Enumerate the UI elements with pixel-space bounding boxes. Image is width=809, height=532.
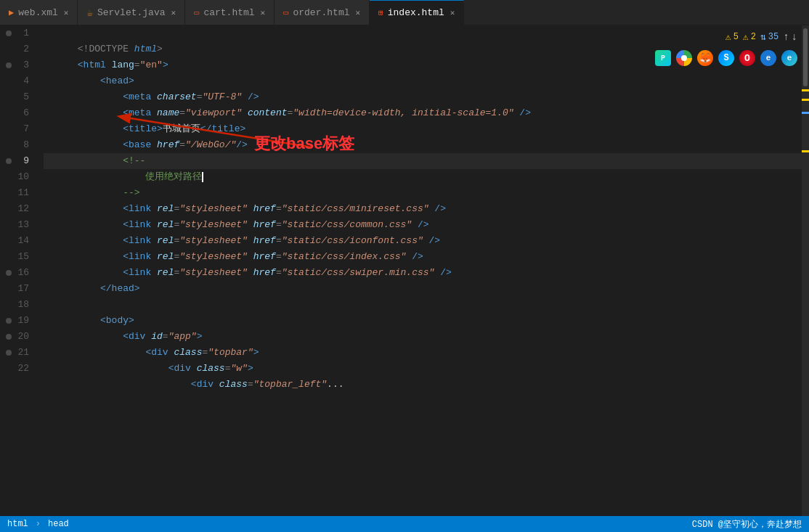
nav-arrows: ↑ ↓ — [783, 31, 797, 43]
line-number-gutter: 1 2 3 4 5 6 7 8 9 10 11 12 13 14 15 16 1… — [0, 25, 36, 516]
status-bar: html › head CSDN @坚守初心，奔赴梦想 — [0, 516, 809, 532]
line-12: 12 — [0, 201, 36, 217]
line-4: 4 — [0, 73, 36, 89]
vertical-scrollbar[interactable] — [802, 25, 809, 516]
scrollbar-marker-warning3 — [802, 150, 809, 152]
code-line-13: <link rel="stylesheet" href="static/css/… — [44, 217, 809, 233]
line-5: 5 — [0, 89, 36, 105]
warning-count: 2 — [751, 32, 756, 42]
line-21: 21 — [0, 345, 36, 361]
tab-index-html[interactable]: ⊞ index.html ✕ — [370, 0, 464, 25]
line-1: 1 — [0, 25, 36, 41]
up-arrow-icon[interactable]: ↑ — [783, 31, 789, 43]
line-13: 13 — [0, 217, 36, 233]
code-line-22: <div class="topbar_left"... — [44, 361, 809, 377]
code-line-11: <link rel="stylesheet" href="static/css/… — [44, 185, 809, 201]
code-line-19: <div id="app"> — [44, 313, 809, 329]
status-bar-attribution: CSDN @坚守初心，奔赴梦想 — [692, 518, 802, 531]
tab-label: web.xml — [18, 7, 58, 18]
opera-icon[interactable]: O — [739, 50, 755, 66]
top-right-panel: ⚠ 5 ⚠ 2 ⇅ 35 ↑ ↓ P 🦊 — [725, 25, 809, 66]
scrollbar-marker-info — [802, 112, 809, 114]
code-line-21: <div class="w"> — [44, 345, 809, 361]
tab-order-html[interactable]: ▭ order.html ✕ — [275, 0, 370, 25]
code-line-12: <link rel="stylesheet" href="static/css/… — [44, 201, 809, 217]
html-icon-cart: ▭ — [194, 7, 199, 18]
code-line-16: </head> — [44, 265, 809, 281]
tab-close-servlet[interactable]: ✕ — [171, 8, 176, 17]
pycharm-icon[interactable]: P — [655, 50, 671, 66]
diagnostics-row: ⚠ 5 ⚠ 2 ⇅ 35 ↑ ↓ — [725, 31, 797, 43]
code-line-7: <base href="/WebGo/"/> — [44, 121, 809, 137]
scrollbar-marker-warning — [802, 89, 809, 91]
line-10: 10 — [0, 169, 36, 185]
status-bar-left: html › head — [7, 519, 69, 529]
tab-label: order.html — [293, 7, 349, 18]
down-arrow-icon[interactable]: ↓ — [792, 31, 797, 43]
tab-label: cart.html — [203, 7, 254, 18]
line-8: 8 — [0, 137, 36, 153]
scrollbar-marker-warning2 — [802, 99, 809, 101]
code-content[interactable]: <!DOCTYPE html> <html lang="en"> <head> … — [36, 25, 809, 516]
code-line-9: 使用绝对路径 — [44, 153, 809, 169]
tab-bar: ▶ web.xml ✕ ☕ Servlet.java ✕ ▭ cart.html… — [0, 0, 809, 25]
safari-icon[interactable]: S — [718, 50, 734, 66]
html-icon-index: ⊞ — [378, 8, 383, 17]
warning-triangle2-icon: ⚠ — [743, 31, 749, 43]
code-line-17 — [44, 281, 809, 297]
editor-area: 1 2 3 4 5 6 7 8 9 10 11 12 13 14 15 16 1… — [0, 25, 809, 516]
line-19: 19 — [0, 313, 36, 329]
tab-label: index.html — [388, 7, 444, 18]
code-line-8: <!-- — [44, 137, 809, 153]
line-15: 15 — [0, 249, 36, 265]
chrome-icon[interactable] — [676, 50, 692, 66]
line-22: 22 — [0, 361, 36, 377]
warning-badge: ⚠ 2 — [743, 31, 756, 43]
tab-label: Servlet.java — [97, 7, 166, 18]
code-line-14: <link rel="stylesheet" href="static/css/… — [44, 233, 809, 249]
code-line-15: <link rel="stylesheet" href="static/css/… — [44, 249, 809, 265]
firefox-icon[interactable]: 🦊 — [697, 50, 713, 66]
line-14: 14 — [0, 233, 36, 249]
tab-close-cart[interactable]: ✕ — [261, 8, 266, 17]
line-2: 2 — [0, 41, 36, 57]
code-line-18: <body> — [44, 297, 809, 313]
error-count: 5 — [733, 32, 739, 42]
language-indicator: html — [7, 519, 28, 529]
breadcrumb-item: head — [48, 519, 69, 529]
breadcrumb-separator: › — [36, 519, 41, 529]
error-badge: ⚠ 5 — [725, 31, 739, 43]
line-11: 11 — [0, 185, 36, 201]
tab-close-index[interactable]: ✕ — [450, 8, 455, 17]
line-16: 16 — [0, 265, 36, 281]
info-count: 35 — [768, 32, 778, 42]
ie-icon[interactable]: e — [760, 50, 776, 66]
line-17: 17 — [0, 281, 36, 297]
line-6: 6 — [0, 105, 36, 121]
line-20: 20 — [0, 329, 36, 345]
tab-servlet-java[interactable]: ☕ Servlet.java ✕ — [78, 0, 185, 25]
warning-triangle-icon: ⚠ — [725, 31, 731, 43]
xml-icon: ▶ — [9, 7, 14, 18]
code-line-6: <title>书城首页</title> — [44, 105, 809, 121]
code-line-10: --> — [44, 169, 809, 185]
html-icon-order: ▭ — [283, 7, 288, 18]
java-icon: ☕ — [86, 7, 92, 19]
line-18: 18 — [0, 297, 36, 313]
line-7: 7 — [0, 121, 36, 137]
browser-icons-row: P 🦊 S O e e — [655, 50, 797, 66]
line-9: 9 — [0, 153, 36, 169]
tab-cart-html[interactable]: ▭ cart.html ✕ — [185, 0, 275, 25]
info-icon: ⇅ — [760, 31, 766, 43]
code-line-4: <meta charset="UTF-8" /> — [44, 73, 809, 89]
tab-close-web-xml[interactable]: ✕ — [64, 8, 69, 17]
line-3: 3 — [0, 57, 36, 73]
edge-icon[interactable]: e — [781, 50, 797, 66]
tab-web-xml[interactable]: ▶ web.xml ✕ — [0, 0, 78, 25]
code-line-5: <meta name="viewport" content="width=dev… — [44, 89, 809, 105]
tab-close-order[interactable]: ✕ — [355, 8, 360, 17]
attribution-text: CSDN @坚守初心，奔赴梦想 — [692, 520, 802, 530]
info-badge: ⇅ 35 — [760, 31, 778, 43]
code-line-1: <!DOCTYPE html> — [44, 25, 809, 41]
code-line-20: <div class="topbar"> — [44, 329, 809, 345]
